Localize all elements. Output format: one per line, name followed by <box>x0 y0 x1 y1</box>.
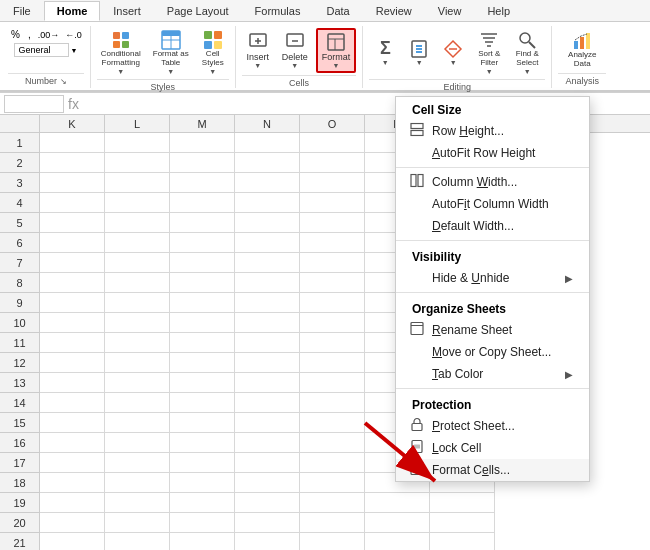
format-icon <box>326 32 346 52</box>
svg-rect-35 <box>411 131 423 136</box>
group-analysis: AnalyzeData Analysis <box>552 26 612 88</box>
corner-cell <box>0 115 40 132</box>
svg-rect-43 <box>411 463 423 475</box>
group-number-label: Number ↘ <box>8 73 84 86</box>
find-select-button[interactable]: Find &Select ▼ <box>509 28 545 77</box>
ribbon-content: % , .00→ ←.0 General ▼ Number ↘ <box>0 22 650 92</box>
row-height-icon <box>410 123 424 140</box>
sf-dropdown-arrow: ▼ <box>486 68 493 75</box>
table-row <box>40 533 495 550</box>
col-header-n[interactable]: N <box>235 115 300 132</box>
insert-button[interactable]: Insert ▼ <box>242 30 274 71</box>
decrease-decimal-button[interactable]: ←.0 <box>63 29 84 41</box>
row-height-label: Row Height... <box>432 124 504 138</box>
autosum-button[interactable]: Σ ▼ <box>369 36 401 68</box>
autofit-column-item[interactable]: AutoFit Column Width <box>396 193 589 215</box>
insert-icon <box>248 32 268 52</box>
svg-rect-11 <box>214 41 222 49</box>
cf-dropdown-arrow: ▼ <box>117 68 124 75</box>
format-as-table-button[interactable]: Format asTable ▼ <box>149 28 193 77</box>
rename-sheet-icon <box>410 322 424 339</box>
clear-button[interactable]: ▼ <box>437 37 469 68</box>
visibility-header: Visibility <box>396 244 589 267</box>
number-format-box[interactable]: General <box>14 43 69 57</box>
cell-styles-icon <box>203 30 223 50</box>
delete-button[interactable]: Delete ▼ <box>278 30 312 71</box>
row-header-5[interactable]: 5 <box>0 213 39 233</box>
tab-color-item[interactable]: Tab Color ▶ <box>396 363 589 385</box>
row-height-item[interactable]: Row Height... <box>396 120 589 142</box>
comma-button[interactable]: , <box>25 28 34 41</box>
tab-home[interactable]: Home <box>44 1 101 21</box>
protect-sheet-item[interactable]: Protect Sheet... <box>396 415 589 437</box>
tab-review[interactable]: Review <box>363 1 425 21</box>
fill-button[interactable]: ▼ <box>403 37 435 68</box>
sort-filter-button[interactable]: Sort &Filter ▼ <box>471 28 507 77</box>
row-header-6[interactable]: 6 <box>0 233 39 253</box>
row-header-14[interactable]: 14 <box>0 393 39 413</box>
percent-button[interactable]: % <box>8 28 23 41</box>
group-number: % , .00→ ←.0 General ▼ Number ↘ <box>2 26 91 88</box>
tab-help[interactable]: Help <box>474 1 523 21</box>
group-cells: Insert ▼ Delete ▼ <box>236 26 364 88</box>
ribbon-tabs: File Home Insert Page Layout Formulas Da… <box>0 0 650 22</box>
move-copy-item[interactable]: Move or Copy Sheet... <box>396 341 589 363</box>
row-header-10[interactable]: 10 <box>0 313 39 333</box>
conditional-formatting-button[interactable]: ConditionalFormatting ▼ <box>97 28 145 77</box>
rename-sheet-item[interactable]: Rename Sheet <box>396 319 589 341</box>
tab-file[interactable]: File <box>0 1 44 21</box>
hide-unhide-item[interactable]: Hide & Unhide ▶ <box>396 267 589 289</box>
default-width-label: Default Width... <box>432 219 514 233</box>
row-header-21[interactable]: 21 <box>0 533 39 550</box>
separator-2 <box>396 240 589 241</box>
table-row <box>40 493 495 513</box>
find-select-label: Find &Select <box>516 50 539 68</box>
row-header-9[interactable]: 9 <box>0 293 39 313</box>
row-header-8[interactable]: 8 <box>0 273 39 293</box>
row-header-1[interactable]: 1 <box>0 133 39 153</box>
default-width-item[interactable]: Default Width... <box>396 215 589 237</box>
tab-data[interactable]: Data <box>313 1 362 21</box>
name-box[interactable] <box>4 95 64 113</box>
col-header-o[interactable]: O <box>300 115 365 132</box>
number-format-dropdown[interactable]: ▼ <box>70 47 77 54</box>
analyze-data-button[interactable]: AnalyzeData <box>564 29 600 71</box>
row-header-3[interactable]: 3 <box>0 173 39 193</box>
row-header-4[interactable]: 4 <box>0 193 39 213</box>
col-header-l[interactable]: L <box>105 115 170 132</box>
svg-rect-17 <box>328 34 344 50</box>
row-header-12[interactable]: 12 <box>0 353 39 373</box>
row-header-19[interactable]: 19 <box>0 493 39 513</box>
delete-icon <box>285 32 305 52</box>
autofit-row-item[interactable]: AutoFit Row Height <box>396 142 589 164</box>
increase-decimal-button[interactable]: .00→ <box>36 29 62 41</box>
row-header-2[interactable]: 2 <box>0 153 39 173</box>
cell-styles-button[interactable]: CellStyles ▼ <box>197 28 229 77</box>
col-header-m[interactable]: M <box>170 115 235 132</box>
row-header-15[interactable]: 15 <box>0 413 39 433</box>
format-label: Format <box>322 52 351 62</box>
col-header-k[interactable]: K <box>40 115 105 132</box>
row-header-16[interactable]: 16 <box>0 433 39 453</box>
tab-page-layout[interactable]: Page Layout <box>154 1 242 21</box>
autosum-dropdown-arrow: ▼ <box>382 59 389 66</box>
tab-view[interactable]: View <box>425 1 475 21</box>
row-header-13[interactable]: 13 <box>0 373 39 393</box>
format-button[interactable]: Format ▼ <box>316 28 357 73</box>
column-width-item[interactable]: Column Width... <box>396 171 589 193</box>
group-editing-label: Editing <box>369 79 545 92</box>
format-cells-item[interactable]: Format Cells... <box>396 459 589 481</box>
hide-unhide-arrow: ▶ <box>565 273 573 284</box>
row-header-20[interactable]: 20 <box>0 513 39 533</box>
svg-rect-10 <box>204 41 212 49</box>
svg-rect-33 <box>586 33 590 49</box>
row-header-18[interactable]: 18 <box>0 473 39 493</box>
lock-cell-item[interactable]: Lock Cell <box>396 437 589 459</box>
tab-insert[interactable]: Insert <box>100 1 154 21</box>
tab-formulas[interactable]: Formulas <box>242 1 314 21</box>
format-as-table-label: Format asTable <box>153 50 189 68</box>
row-header-7[interactable]: 7 <box>0 253 39 273</box>
separator-1 <box>396 167 589 168</box>
row-header-17[interactable]: 17 <box>0 453 39 473</box>
row-header-11[interactable]: 11 <box>0 333 39 353</box>
